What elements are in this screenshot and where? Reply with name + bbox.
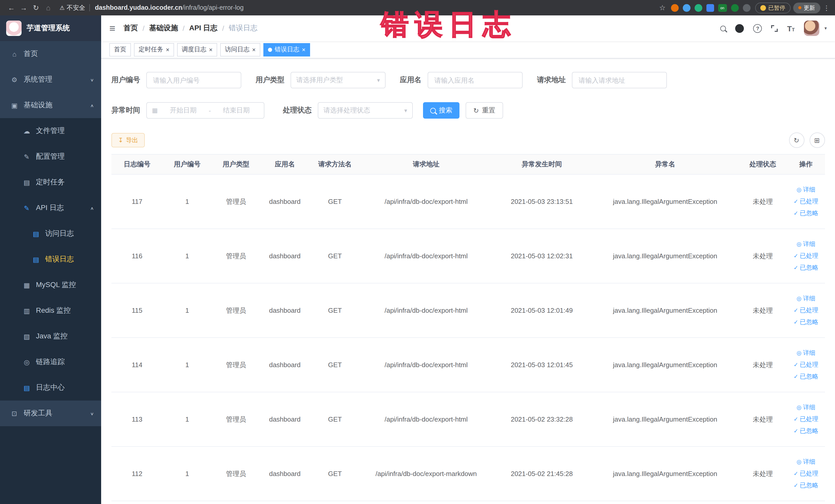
- processed-link[interactable]: ✓已处理: [789, 359, 823, 371]
- app-name-input[interactable]: [428, 72, 523, 88]
- extension-grid-icon[interactable]: [706, 4, 714, 12]
- tab-job[interactable]: 定时任务×: [134, 43, 174, 56]
- sidebar-item-job[interactable]: ▤定时任务: [0, 169, 101, 195]
- ignored-link[interactable]: ✓已忽略: [789, 480, 823, 491]
- home-icon[interactable]: [42, 4, 55, 12]
- chevron-down-icon: ∨: [90, 411, 94, 416]
- detail-link[interactable]: ◎详细: [789, 347, 823, 359]
- chevron-up-icon: ∧: [90, 103, 94, 107]
- update-button[interactable]: 更新: [793, 2, 820, 13]
- close-icon[interactable]: ×: [209, 46, 212, 53]
- extension-orange-icon[interactable]: [671, 4, 678, 12]
- search-icon[interactable]: [720, 25, 726, 31]
- tab-label: 定时任务: [139, 45, 163, 54]
- sidebar-item-trace[interactable]: ◎链路追踪: [0, 349, 101, 375]
- sidebar-item-label: 配置管理: [36, 152, 65, 161]
- sidebar-item-dev-tools[interactable]: ⊡研发工具∨: [0, 401, 101, 426]
- security-label[interactable]: 不安全: [67, 3, 85, 12]
- sidebar-item-redis[interactable]: ▥Redis 监控: [0, 298, 101, 323]
- address-bar[interactable]: dashboard.yudao.iocoder.cn/infra/log/api…: [95, 4, 244, 11]
- forward-icon[interactable]: [18, 4, 30, 12]
- close-icon[interactable]: ×: [166, 46, 169, 53]
- cell-actions: ◎详细✓已处理✓已忽略: [787, 338, 825, 392]
- date-range-picker[interactable]: 开始日期 - 结束日期: [146, 102, 264, 119]
- detail-link[interactable]: ◎详细: [789, 184, 823, 196]
- sidebar-item-infra[interactable]: ▣基础设施∧: [0, 93, 101, 118]
- breadcrumb-infra[interactable]: 基础设施: [149, 24, 178, 33]
- logo[interactable]: 芋道管理系统: [0, 15, 101, 41]
- detail-link[interactable]: ◎详细: [789, 402, 823, 414]
- ignored-link[interactable]: ✓已忽略: [789, 371, 823, 383]
- sidebar-item-file[interactable]: ☁文件管理: [0, 118, 101, 144]
- sidebar-item-error-log[interactable]: ▤错误日志: [0, 246, 101, 272]
- github-icon[interactable]: [735, 24, 744, 33]
- column-header-7: 异常名: [592, 154, 738, 174]
- tab-error-log[interactable]: 错误日志×: [263, 43, 310, 56]
- column-header-8: 处理状态: [738, 154, 787, 174]
- hamburger-icon[interactable]: [109, 22, 115, 34]
- column-header-6: 异常发生时间: [492, 154, 592, 174]
- sidebar-item-java[interactable]: ▧Java 监控: [0, 323, 101, 349]
- user-type-select[interactable]: 请选择用户类型: [290, 72, 386, 88]
- eye-icon: ◎: [796, 404, 801, 410]
- reset-button[interactable]: 重置: [466, 102, 503, 119]
- detail-link[interactable]: ◎详细: [789, 293, 823, 305]
- column-settings-button[interactable]: [809, 133, 825, 148]
- fullscreen-icon[interactable]: [771, 25, 778, 32]
- ignored-link[interactable]: ✓已忽略: [789, 425, 823, 437]
- back-icon[interactable]: [5, 4, 18, 12]
- sidebar-item-api-log[interactable]: ✎API 日志∧: [0, 195, 101, 221]
- close-icon[interactable]: ×: [302, 46, 305, 53]
- sidebar-item-access-log[interactable]: ▤访问日志: [0, 221, 101, 246]
- extension-leaf-icon[interactable]: [731, 4, 738, 12]
- tab-home[interactable]: 首页: [109, 43, 131, 56]
- bookmark-star-icon[interactable]: [659, 4, 666, 12]
- breadcrumb-home[interactable]: 首页: [123, 24, 138, 33]
- ignored-link[interactable]: ✓已忽略: [789, 207, 823, 219]
- request-url-input[interactable]: [572, 72, 667, 88]
- help-icon[interactable]: [753, 24, 762, 33]
- process-status-select[interactable]: 请选择处理状态: [318, 102, 413, 119]
- reload-icon[interactable]: [30, 4, 42, 12]
- close-icon[interactable]: ×: [252, 46, 256, 53]
- ignored-link[interactable]: ✓已忽略: [789, 262, 823, 274]
- processed-link[interactable]: ✓已处理: [789, 414, 823, 425]
- avatar[interactable]: [804, 21, 819, 36]
- paused-extension-button[interactable]: 已暂停: [755, 2, 790, 13]
- breadcrumb-api-log[interactable]: API 日志: [189, 24, 218, 33]
- ignored-link[interactable]: ✓已忽略: [789, 316, 823, 328]
- tab-job-log[interactable]: 调度日志×: [177, 43, 217, 56]
- search-button[interactable]: 搜索: [423, 102, 460, 119]
- extension-green-icon[interactable]: [694, 4, 702, 12]
- cell-status: 未处理: [738, 338, 787, 392]
- refresh-table-button[interactable]: [789, 133, 804, 148]
- column-header-5: 请求地址: [361, 154, 492, 174]
- browser-menu-icon[interactable]: [823, 4, 830, 12]
- sidebar-item-home[interactable]: ⌂首页: [0, 41, 101, 67]
- font-size-icon[interactable]: [787, 24, 795, 33]
- sidebar-item-config[interactable]: ✎配置管理: [0, 144, 101, 169]
- sidebar-item-log-center[interactable]: ▤日志中心: [0, 375, 101, 401]
- user-id-input[interactable]: [146, 72, 241, 88]
- cell-user_id: 1: [163, 283, 211, 338]
- chevron-down-icon[interactable]: [824, 26, 827, 31]
- cell-method: GET: [309, 446, 361, 501]
- home-icon: ⌂: [10, 50, 19, 58]
- processed-link[interactable]: ✓已处理: [789, 250, 823, 262]
- sidebar-item-mysql[interactable]: ▦MySQL 监控: [0, 272, 101, 298]
- export-button[interactable]: 导出: [111, 133, 145, 147]
- cell-app: dashboard: [261, 338, 309, 392]
- extension-on-badge-icon[interactable]: on: [718, 4, 727, 12]
- tab-access-log[interactable]: 访问日志×: [220, 43, 260, 56]
- redis-icon: ▥: [23, 307, 31, 315]
- extension-puzzle-icon[interactable]: [742, 4, 750, 12]
- detail-link[interactable]: ◎详细: [789, 456, 823, 468]
- detail-link[interactable]: ◎详细: [789, 239, 823, 250]
- table-row: 1121管理员dashboardGET/api/infra/db-doc/exp…: [111, 446, 825, 501]
- chevron-down-icon: [377, 77, 380, 83]
- extension-blue-drop-icon[interactable]: [683, 4, 690, 12]
- processed-link[interactable]: ✓已处理: [789, 196, 823, 207]
- processed-link[interactable]: ✓已处理: [789, 304, 823, 316]
- processed-link[interactable]: ✓已处理: [789, 468, 823, 480]
- sidebar-item-system[interactable]: ⚙系统管理∨: [0, 67, 101, 93]
